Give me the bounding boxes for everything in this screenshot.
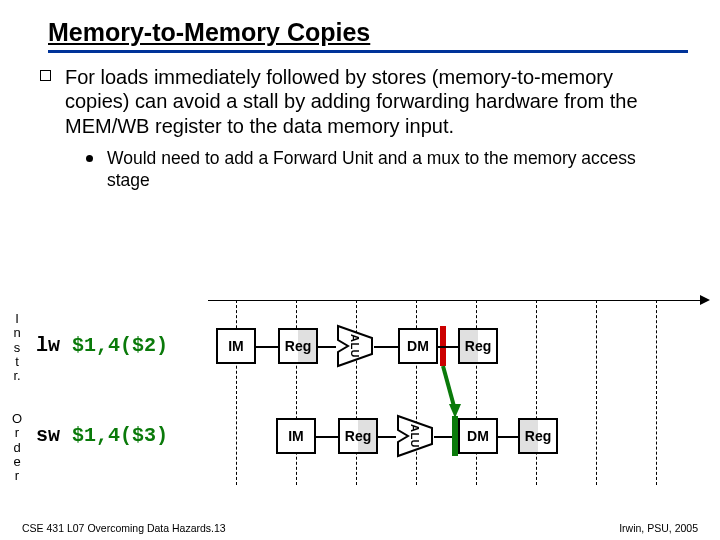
stage-label: DM [467,428,489,444]
bullet-marker [40,70,51,81]
stage-reg: Reg [278,328,318,364]
instr-args: $1,4($2) [72,334,168,357]
forward-path [8,292,708,492]
stage-label: Reg [345,428,371,444]
stage-label: DM [407,338,429,354]
stage-reg: Reg [338,418,378,454]
stage-link [374,346,398,348]
stage-link [438,346,458,348]
instr-sw: sw $1,4($3) [36,424,168,447]
stage-im: IM [216,328,256,364]
stage-link [318,346,336,348]
pipeline-diagram: I n s t r. lw $1,4($2) IM Reg ALU DM Reg… [8,292,712,502]
sub-bullet: Would need to add a Forward Unit and a m… [0,138,720,192]
cycle-line [596,300,597,485]
stage-reg: Reg [458,328,498,364]
dot-marker [86,155,93,162]
slide-title: Memory-to-Memory Copies [48,18,370,47]
sidebar-order: O r d e r [8,412,26,483]
stage-alu: ALU [336,324,374,368]
stage-label: ALU [349,334,361,358]
sidebar-instr: I n s t r. [8,312,26,383]
stage-dm: DM [398,328,438,364]
stage-label: Reg [525,428,551,444]
footer-left: CSE 431 L07 Overcoming Data Hazards.13 [22,522,226,534]
instr-args: $1,4($3) [72,424,168,447]
instr-op: lw [36,334,60,357]
stage-link [378,436,396,438]
stage-label: Reg [465,338,491,354]
bullet-main: For loads immediately followed by stores… [0,53,720,138]
stage-label: IM [228,338,244,354]
bullet-text: For loads immediately followed by stores… [65,65,680,138]
stage-label: ALU [409,424,421,448]
footer-right: Irwin, PSU, 2005 [619,522,698,534]
stage-link [498,436,518,438]
instr-op: sw [36,424,60,447]
cycle-line [656,300,657,485]
stage-label: IM [288,428,304,444]
time-axis-arrow [700,295,710,305]
stage-im: IM [276,418,316,454]
stage-link [256,346,278,348]
sub-bullet-text: Would need to add a Forward Unit and a m… [107,148,680,192]
stage-label: Reg [285,338,311,354]
time-axis [208,300,706,301]
stage-dm: DM [458,418,498,454]
cycle-line [536,300,537,485]
instr-lw: lw $1,4($2) [36,334,168,357]
footer: CSE 431 L07 Overcoming Data Hazards.13 I… [0,522,720,534]
stage-alu: ALU [396,414,434,458]
stage-link [316,436,338,438]
svg-line-2 [443,366,455,410]
stage-reg: Reg [518,418,558,454]
